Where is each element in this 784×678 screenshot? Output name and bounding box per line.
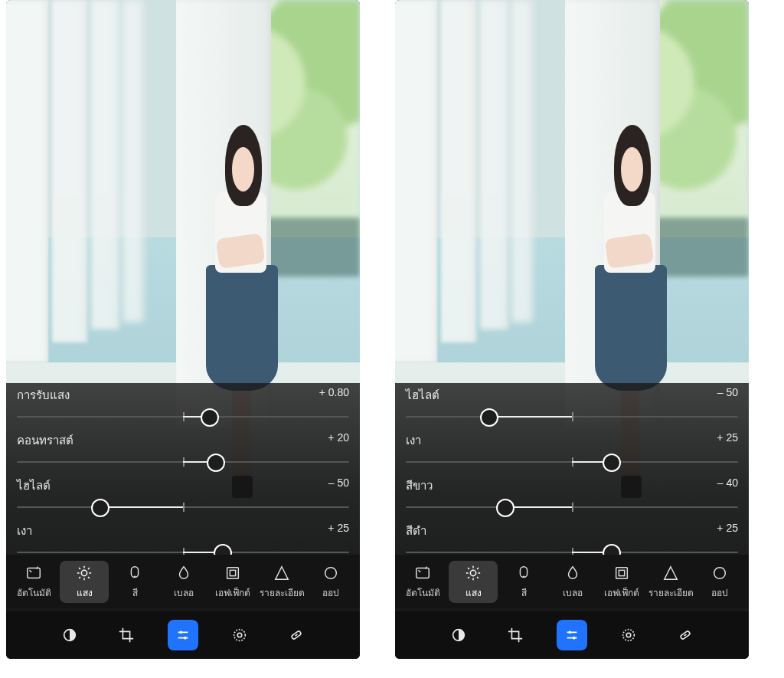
color-icon <box>499 564 548 582</box>
category-color[interactable]: สี <box>110 564 159 600</box>
svg-rect-15 <box>616 567 628 578</box>
svg-rect-16 <box>619 570 624 575</box>
category-strip[interactable]: อัตโนมัติ แสง สี เบลอ เอฟเฟ็กต์ รายละเอี… <box>395 555 749 608</box>
tool-heal[interactable] <box>670 620 701 650</box>
svg-point-1 <box>81 570 87 575</box>
slider-label: คอนทราสต์ <box>17 434 74 447</box>
slider-thumb[interactable] <box>496 499 514 517</box>
svg-rect-3 <box>227 567 239 578</box>
bottom-toolbar <box>395 611 749 659</box>
slider-thumb[interactable] <box>201 408 219 427</box>
tool-heal[interactable] <box>281 620 312 650</box>
svg-point-10 <box>237 633 242 637</box>
category-light[interactable]: แสง <box>449 561 498 603</box>
slider-thumb[interactable] <box>603 454 621 472</box>
slider-value: + 25 <box>328 522 349 534</box>
editor-screen: ไฮไลต์ – 50 เงา + 25 สีขาว – 40 สีดำ + 2 <box>395 0 749 659</box>
slider-track[interactable] <box>17 453 349 471</box>
auto-icon <box>398 564 447 582</box>
category-label: รายละเอียด <box>257 585 306 600</box>
optics-icon <box>306 564 355 582</box>
category-label: อัตโนมัติ <box>398 585 447 600</box>
tool-crop[interactable] <box>111 620 142 650</box>
tool-adjust[interactable] <box>557 620 587 650</box>
category-strip[interactable]: อัตโนมัติ แสง สี เบลอ เอฟเฟ็กต์ รายละเอี… <box>6 555 360 608</box>
category-auto[interactable]: อัตโนมัติ <box>398 564 447 600</box>
slider-label: เงา <box>406 434 421 447</box>
editor-screen: การรับแสง + 0.80 คอนทราสต์ + 20 ไฮไลต์ –… <box>6 0 360 659</box>
slider-thumb[interactable] <box>207 454 225 472</box>
category-optics[interactable]: ออป <box>695 564 744 600</box>
svg-point-20 <box>573 637 576 640</box>
svg-rect-4 <box>230 570 235 575</box>
category-effect[interactable]: เอฟเฟ็กต์ <box>597 564 646 600</box>
slider-track[interactable] <box>406 453 738 471</box>
category-label: เอฟเฟ็กต์ <box>208 585 257 600</box>
effect-icon <box>208 564 257 582</box>
optics-icon <box>695 564 744 582</box>
light-icon <box>449 564 498 582</box>
slider-row: การรับแสง + 0.80 <box>6 383 360 428</box>
light-icon <box>60 564 109 582</box>
tool-presets[interactable] <box>54 620 85 650</box>
svg-point-7 <box>179 631 182 634</box>
category-label: แสง <box>449 585 498 600</box>
category-effect[interactable]: เอฟเฟ็กต์ <box>208 564 257 600</box>
slider-label: เงา <box>17 524 32 537</box>
slider-label: การรับแสง <box>17 388 70 401</box>
detail-icon <box>646 564 695 582</box>
svg-rect-12 <box>416 568 430 578</box>
slider-row: ไฮไลต์ – 50 <box>6 473 360 519</box>
category-color[interactable]: สี <box>499 564 548 600</box>
slider-value: + 25 <box>717 522 738 534</box>
category-blur[interactable]: เบลอ <box>159 564 208 600</box>
slider-row: เงา + 25 <box>395 428 749 473</box>
category-detail[interactable]: รายละเอียด <box>646 564 695 600</box>
category-light[interactable]: แสง <box>60 561 109 603</box>
slider-label: สีดำ <box>406 524 426 537</box>
slider-value: – 50 <box>328 477 349 489</box>
category-label: เอฟเฟ็กต์ <box>597 585 646 600</box>
category-optics[interactable]: ออป <box>306 564 355 600</box>
category-auto[interactable]: อัตโนมัติ <box>9 564 58 600</box>
slider-label: ไฮไลต์ <box>17 479 51 492</box>
slider-value: + 25 <box>717 431 738 444</box>
tool-adjust[interactable] <box>168 620 198 650</box>
slider-row: ไฮไลต์ – 50 <box>395 383 749 428</box>
slider-track[interactable] <box>406 408 738 426</box>
svg-point-22 <box>626 633 631 637</box>
tool-mask[interactable] <box>224 620 255 650</box>
svg-point-8 <box>184 637 187 640</box>
category-label: แสง <box>60 585 109 600</box>
svg-point-13 <box>470 570 475 575</box>
slider-track[interactable] <box>17 408 349 426</box>
slider-row: คอนทราสต์ + 20 <box>6 428 360 473</box>
svg-point-19 <box>568 631 571 634</box>
slider-track[interactable] <box>17 498 349 516</box>
slider-thumb[interactable] <box>91 499 109 517</box>
tool-crop[interactable] <box>500 620 531 650</box>
tool-presets[interactable] <box>443 620 474 650</box>
blur-icon <box>159 564 208 582</box>
color-icon <box>110 564 159 582</box>
slider-label: สีขาว <box>406 479 433 492</box>
auto-icon <box>9 564 58 582</box>
category-detail[interactable]: รายละเอียด <box>257 564 306 600</box>
slider-value: + 20 <box>328 431 349 444</box>
adjustment-panel: ไฮไลต์ – 50 เงา + 25 สีขาว – 40 สีดำ + 2 <box>395 383 749 659</box>
slider-track[interactable] <box>406 498 738 516</box>
bottom-toolbar <box>6 611 360 659</box>
category-label: สี <box>110 585 159 600</box>
slider-value: – 50 <box>717 386 738 398</box>
slider-thumb[interactable] <box>480 408 498 427</box>
category-label: เบลอ <box>548 585 597 600</box>
svg-point-2 <box>134 575 136 577</box>
category-blur[interactable]: เบลอ <box>548 564 597 600</box>
effect-icon <box>597 564 646 582</box>
slider-value: – 40 <box>717 477 738 489</box>
blur-icon <box>548 564 597 582</box>
detail-icon <box>257 564 306 582</box>
tool-mask[interactable] <box>613 620 644 650</box>
category-label: เบลอ <box>159 585 208 600</box>
slider-value: + 0.80 <box>319 386 349 398</box>
